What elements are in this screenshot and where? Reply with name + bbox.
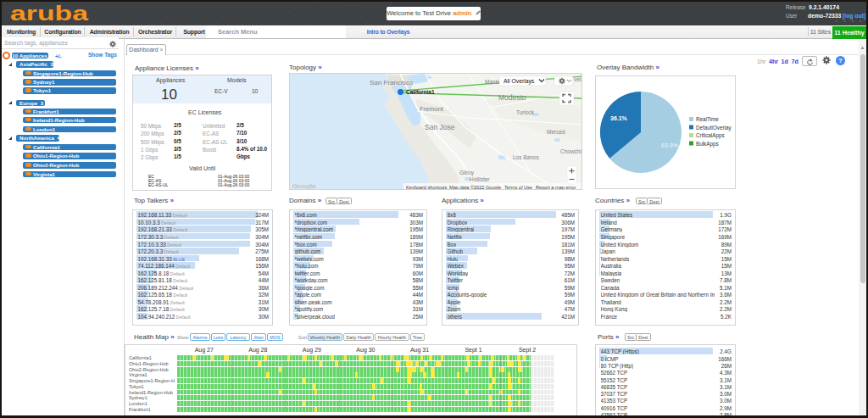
svg-text:Turlock: Turlock — [516, 109, 535, 115]
svg-text:Terms of Use: Terms of Use — [504, 185, 532, 190]
svg-text:California1: California1 — [406, 89, 435, 95]
svg-text:Google: Google — [292, 182, 316, 190]
svg-text:aruba: aruba — [10, 5, 89, 24]
svg-text:All Overlays: All Overlays — [504, 78, 535, 85]
svg-text:DefaultOverlay: DefaultOverlay — [696, 125, 732, 131]
svg-text:San Francisco: San Francisco — [370, 79, 414, 86]
svg-text:RealTime: RealTime — [696, 116, 719, 122]
svg-text:63.9%: 63.9% — [661, 142, 678, 148]
svg-text:Keyboard shortcuts: Keyboard shortcuts — [406, 185, 447, 190]
svg-text:BulkApps: BulkApps — [696, 141, 719, 148]
svg-text:CriticalApps: CriticalApps — [696, 132, 725, 139]
svg-text:Map data ©2022 Google: Map data ©2022 Google — [449, 185, 501, 190]
svg-text:Fremont: Fremont — [420, 105, 444, 113]
svg-text:Hollister: Hollister — [470, 176, 490, 182]
svg-text:Report a map error: Report a map error — [536, 185, 576, 190]
svg-text:Merced: Merced — [547, 129, 565, 135]
svg-text:Chowchi: Chowchi — [560, 148, 581, 154]
svg-text:Modesto: Modesto — [498, 93, 526, 102]
svg-text:36.1%: 36.1% — [610, 115, 628, 121]
svg-text:Los Banos: Los Banos — [513, 154, 539, 160]
svg-text:Gilroy: Gilroy — [459, 170, 475, 176]
svg-text:vela: vela — [574, 76, 582, 82]
svg-text:San Jose: San Jose — [425, 123, 455, 131]
